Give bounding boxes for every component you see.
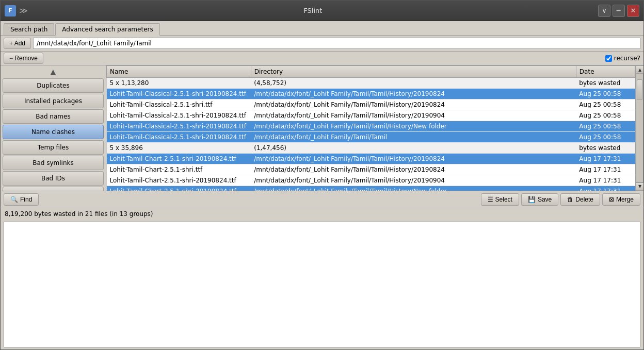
save-icon: 💾: [528, 196, 536, 203]
delete-icon: 🗑: [567, 196, 573, 203]
table-row[interactable]: Lohit-Tamil-Chart-2.5.1-shri-20190824.tt…: [107, 186, 635, 191]
tab-advanced-search[interactable]: Advanced search parameters: [55, 23, 159, 36]
delete-label: Delete: [575, 196, 593, 203]
find-button[interactable]: 🔍 Find: [4, 193, 39, 206]
table-row[interactable]: Lohit-Tamil-Chart-2.5.1-shri.ttf/mnt/dat…: [107, 164, 635, 175]
close-button[interactable]: ✕: [627, 5, 639, 17]
cell-name: Lohit-Tamil-Classical-2.5.1-shri-2019082…: [107, 132, 251, 143]
file-list-area: Name Directory Date 5 x 1,13,280(4,58,75…: [106, 65, 635, 191]
tab-search-path[interactable]: Search path: [4, 23, 54, 35]
select-label: Select: [495, 196, 512, 203]
table-row[interactable]: Lohit-Tamil-Classical-2.5.1-shri-2019082…: [107, 121, 635, 132]
cell-name: Lohit-Tamil-Chart-2.5.1-shri-20190824.tt…: [107, 154, 251, 164]
merge-label: Merge: [616, 196, 634, 203]
table-header: Name Directory Date: [107, 66, 635, 78]
sidebar-item-installed-packages[interactable]: Installed packages: [3, 94, 104, 108]
cell-directory: /mnt/data/dx/font/_Lohit Family/Tamil/Ta…: [251, 99, 576, 110]
window-title: FSlint: [28, 7, 598, 14]
sidebar-item-duplicates[interactable]: Duplicates: [3, 78, 104, 93]
cell-directory: /mnt/data/dx/font/_Lohit Family/Tamil/Ta…: [251, 132, 576, 143]
status-text: 8,19,200 bytes wasted in 21 files (in 13…: [5, 210, 153, 218]
titlebar-left: F ≫: [5, 5, 28, 16]
output-area[interactable]: [4, 222, 640, 348]
titlebar-arrows[interactable]: ≫: [19, 6, 28, 15]
sidebar-item-empty-directories[interactable]: Empty directories: [3, 187, 104, 191]
cell-date: bytes wasted: [576, 78, 635, 89]
cell-name: Lohit-Tamil-Chart-2.5.1-shri.ttf: [107, 164, 251, 175]
cell-name: Lohit-Tamil-Classical-2.5.1-shri-2019082…: [107, 89, 251, 99]
recurse-text: recurse?: [614, 55, 640, 62]
main-content: Search path Advanced search parameters +…: [1, 21, 643, 349]
col-header-date[interactable]: Date: [576, 66, 635, 78]
file-table[interactable]: Name Directory Date 5 x 1,13,280(4,58,75…: [106, 65, 635, 191]
scroll-down-btn[interactable]: ▼: [636, 182, 643, 191]
table-row[interactable]: Lohit-Tamil-Classical-2.5.1-shri-2019082…: [107, 110, 635, 121]
sidebar-item-bad-symlinks[interactable]: Bad symlinks: [3, 156, 104, 170]
scrollbar-thumb[interactable]: [637, 79, 642, 100]
minimize-button[interactable]: −: [613, 5, 625, 17]
col-header-name[interactable]: Name: [107, 66, 251, 78]
sidebar-item-name-clashes[interactable]: Name clashes: [3, 125, 104, 139]
cell-name: Lohit-Tamil-Classical-2.5.1-shri-2019082…: [107, 121, 251, 132]
titlebar-controls: ∨ − ✕: [598, 5, 639, 17]
sidebar-item-bad-ids[interactable]: Bad IDs: [3, 171, 104, 186]
scrollbar[interactable]: ▲ ▼: [635, 65, 643, 191]
scrollbar-track[interactable]: [636, 74, 643, 182]
cell-directory: (1,47,456): [251, 143, 576, 154]
sidebar: ▲ Duplicates Installed packages Bad name…: [1, 65, 106, 191]
cell-name: 5 x 1,13,280: [107, 78, 251, 89]
cell-name: 5 x 35,896: [107, 143, 251, 154]
table-row[interactable]: Lohit-Tamil-Chart-2.5.1-shri-20190824.tt…: [107, 154, 635, 164]
cell-directory: (4,58,752): [251, 78, 576, 89]
find-label: Find: [20, 196, 32, 203]
table-row[interactable]: 5 x 1,13,280(4,58,752)bytes wasted: [107, 78, 635, 89]
add-button[interactable]: + Add: [4, 38, 31, 49]
sidebar-item-bad-names[interactable]: Bad names: [3, 109, 104, 124]
cell-date: bytes wasted: [576, 143, 635, 154]
cell-name: Lohit-Tamil-Classical-2.5.1-shri-2019082…: [107, 110, 251, 121]
table-row[interactable]: Lohit-Tamil-Classical-2.5.1-shri-2019082…: [107, 132, 635, 143]
app-icon: F: [5, 5, 16, 16]
cell-directory: /mnt/data/dx/font/_Lohit Family/Tamil/Ta…: [251, 89, 576, 99]
merge-icon: ⊠: [609, 196, 614, 203]
search-bar: + Add /mnt/data/dx/font/_Lohit Family/Ta…: [1, 36, 643, 52]
remove-button[interactable]: − Remove: [4, 53, 43, 64]
cell-directory: /mnt/data/dx/font/_Lohit Family/Tamil/Ta…: [251, 175, 576, 186]
cell-date: Aug 17 17:31: [576, 154, 635, 164]
save-button[interactable]: 💾 Save: [521, 193, 558, 206]
cell-date: Aug 25 00:58: [576, 89, 635, 99]
cell-date: Aug 25 00:58: [576, 99, 635, 110]
cell-directory: /mnt/data/dx/font/_Lohit Family/Tamil/Ta…: [251, 154, 576, 164]
sidebar-scroll-up[interactable]: ▲: [1, 65, 106, 78]
cell-name: Lohit-Tamil-Classical-2.5.1-shri.ttf: [107, 99, 251, 110]
search-icon: 🔍: [10, 196, 18, 203]
cell-date: Aug 25 00:58: [576, 110, 635, 121]
main-window: F ≫ FSlint ∨ − ✕ Search path Advanced se…: [0, 0, 644, 350]
cell-date: Aug 17 17:31: [576, 175, 635, 186]
cell-directory: /mnt/data/dx/font/_Lohit Family/Tamil/Ta…: [251, 164, 576, 175]
delete-button[interactable]: 🗑 Delete: [560, 193, 600, 206]
cell-date: Aug 25 00:58: [576, 121, 635, 132]
cell-name: Lohit-Tamil-Chart-2.5.1-shri-20190824.tt…: [107, 175, 251, 186]
table-row[interactable]: Lohit-Tamil-Chart-2.5.1-shri-20190824.tt…: [107, 175, 635, 186]
recurse-checkbox[interactable]: [605, 55, 612, 62]
cell-directory: /mnt/data/dx/font/_Lohit Family/Tamil/Ta…: [251, 121, 576, 132]
bottom-toolbar: 🔍 Find ☰ Select 💾 Save 🗑 Delete ⊠ Merge: [1, 191, 643, 208]
table-row[interactable]: 5 x 35,896(1,47,456)bytes wasted: [107, 143, 635, 154]
col-header-directory[interactable]: Directory: [251, 66, 576, 78]
cell-directory: /mnt/data/dx/font/_Lohit Family/Tamil/Ta…: [251, 186, 576, 191]
merge-button[interactable]: ⊠ Merge: [602, 193, 640, 206]
scroll-up-btn[interactable]: ▲: [636, 65, 643, 74]
sidebar-item-temp-files[interactable]: Temp files: [3, 140, 104, 155]
select-button[interactable]: ☰ Select: [481, 193, 519, 206]
table-row[interactable]: Lohit-Tamil-Classical-2.5.1-shri-2019082…: [107, 89, 635, 99]
cell-date: Aug 25 00:58: [576, 132, 635, 143]
recurse-label[interactable]: recurse?: [605, 55, 640, 62]
cell-directory: /mnt/data/dx/font/_Lohit Family/Tamil/Ta…: [251, 110, 576, 121]
chevron-down-btn[interactable]: ∨: [598, 5, 610, 17]
status-bar: 8,19,200 bytes wasted in 21 files (in 13…: [1, 208, 643, 220]
table-row[interactable]: Lohit-Tamil-Classical-2.5.1-shri.ttf/mnt…: [107, 99, 635, 110]
recurse-container: recurse?: [605, 55, 640, 62]
content-area: ▲ Duplicates Installed packages Bad name…: [1, 65, 643, 191]
path-display: /mnt/data/dx/font/_Lohit Family/Tamil: [33, 38, 640, 49]
